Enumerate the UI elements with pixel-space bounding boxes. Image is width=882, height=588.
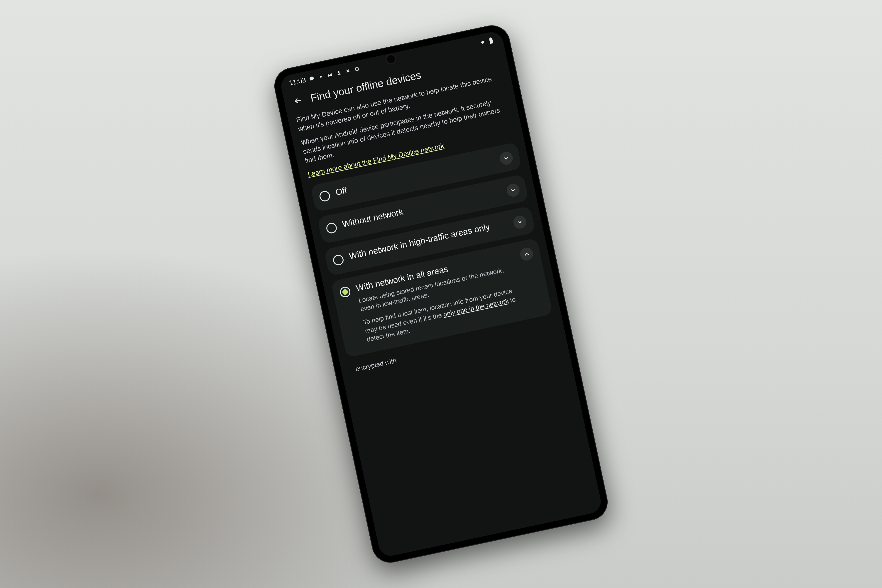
expand-high-traffic[interactable] [512,214,528,230]
battery-icon [488,37,495,44]
radio-high-traffic[interactable] [332,254,345,266]
person-icon [335,69,343,76]
status-time: 11:03 [288,76,307,87]
radio-off[interactable] [319,190,331,202]
content: Find My Device can also use the network … [288,70,568,392]
new-icon [317,73,324,80]
expand-off[interactable] [498,150,514,166]
tools-icon [344,67,351,75]
square-icon [353,65,361,73]
phone-frame: 11:03 [271,22,611,566]
back-button[interactable] [289,92,307,110]
svg-rect-2 [356,67,359,71]
chevron-up-icon [523,250,531,258]
arrow-left-icon [293,96,303,106]
chevron-down-icon [509,187,517,194]
svg-rect-3 [489,38,493,44]
expand-without-network[interactable] [506,183,521,198]
radio-all-areas[interactable] [339,286,351,298]
chevron-down-icon [516,219,524,226]
collapse-all-areas[interactable] [519,246,534,262]
svg-point-1 [338,71,340,73]
wifi-icon [479,39,486,46]
chevron-down-icon [502,154,510,162]
chat-icon [308,75,315,82]
mail-icon [326,71,334,78]
radio-without-network[interactable] [326,222,338,234]
screen: 11:03 [279,30,603,558]
svg-point-0 [320,76,322,78]
